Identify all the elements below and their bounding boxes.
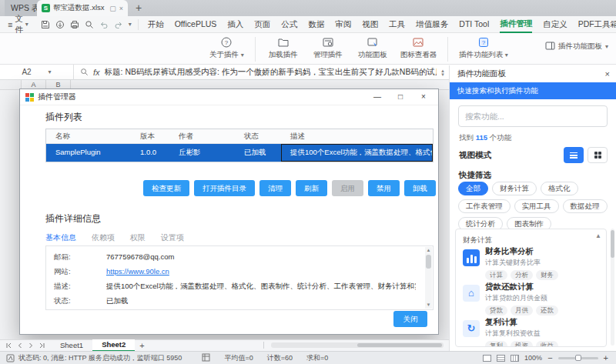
manage-plugin-button[interactable]: 管理插件 [311, 35, 345, 60]
panel-scrollbar[interactable] [611, 229, 614, 346]
print-preview-icon[interactable] [85, 20, 94, 29]
zoom-out-icon[interactable]: − [547, 353, 552, 362]
tab-page[interactable]: 页面 [254, 16, 270, 32]
list-view-button[interactable] [564, 147, 584, 163]
macro-record-icon[interactable] [6, 354, 15, 362]
new-tab-button[interactable]: + [136, 2, 142, 14]
save-icon[interactable] [41, 20, 50, 29]
card-view-button[interactable] [588, 147, 608, 163]
formula-expand-control[interactable]: ▴▾ [437, 68, 449, 76]
plugin-list-heading: 插件列表 [45, 111, 82, 124]
prev-sheet-icon[interactable] [17, 342, 23, 349]
function-panel-button[interactable]: 功能面板 [356, 35, 390, 60]
check-update-button[interactable]: 检查更新 [143, 180, 189, 196]
collapse-icon[interactable]: ▲ [595, 232, 601, 239]
tab-officeplus[interactable]: OfficePLUS [175, 16, 217, 32]
tag: 复利 [485, 341, 507, 347]
horizontal-scrollbar[interactable] [271, 342, 444, 348]
list-item[interactable]: ⌂ 贷款还款计算 计算贷款的月供金额 贷款 月供 还款 [463, 282, 601, 316]
tab-data[interactable]: 数据 [308, 16, 324, 32]
tab-plugin-manage[interactable]: 插件管理 [500, 15, 532, 33]
formula-content[interactable]: 标题: NB码纸尿裤试用感受内容: 作为一个傲娇的新手妈妈，宝宝出生前买了好几款… [105, 67, 437, 78]
uninstall-button[interactable]: 卸载 [404, 180, 436, 196]
redo-icon[interactable] [114, 20, 123, 29]
selection-stats-icon[interactable] [202, 353, 210, 363]
close-icon[interactable]: × [412, 90, 435, 105]
chip-finance[interactable]: 财务计算 [492, 182, 537, 195]
dialog-title-bar[interactable]: 插件管理器 — □ × [20, 89, 438, 105]
scrollbar-thumb[interactable] [611, 230, 614, 258]
print-icon[interactable] [70, 20, 79, 29]
tab-pdf-toolbox[interactable]: PDF工具箱 [578, 16, 616, 32]
chevron-down-icon[interactable]: ▾ [129, 21, 132, 28]
minimize-icon[interactable]: — [366, 90, 389, 105]
tab-tools[interactable]: 工具 [389, 16, 405, 32]
page-layout-view-icon[interactable] [497, 355, 505, 362]
document-tab[interactable]: S 帮宝适数据.xlsx ▢ × [37, 0, 128, 16]
tab-review[interactable]: 审阅 [335, 16, 351, 32]
open-plugin-dir-button[interactable]: 打开插件目录 [194, 180, 255, 196]
tab-home[interactable]: 开始 [148, 16, 164, 32]
dialog-close-button[interactable]: 关闭 [393, 311, 427, 327]
panel-header: 插件功能面板 × [450, 65, 616, 82]
column-version[interactable]: 版本 [131, 129, 169, 143]
zoom-level[interactable]: 100% [524, 354, 542, 362]
sheet-tab-sheet1[interactable]: Sheet1 [51, 340, 92, 351]
chip-utility[interactable]: 实用工具 [514, 199, 559, 213]
tab-formula[interactable]: 公式 [281, 16, 297, 32]
icon-viewer-button[interactable]: 图标查看器 [400, 35, 437, 60]
website-link[interactable]: https://www.90le.cn [106, 267, 169, 277]
scrollbar-thumb[interactable] [357, 343, 442, 347]
column-name[interactable]: 名称 [46, 129, 131, 143]
tab-view[interactable]: 视图 [362, 16, 378, 32]
zoom-in-icon[interactable]: + [604, 353, 608, 362]
clean-button[interactable]: 清理 [259, 180, 291, 196]
zoom-slider-thumb[interactable] [575, 355, 581, 361]
details-scrollbar[interactable]: ▲ ▼ [425, 247, 432, 309]
load-plugin-button[interactable]: 加载插件 [266, 35, 300, 60]
close-icon[interactable]: × [605, 69, 610, 78]
list-item[interactable]: 财务比率分析 计算关键财务比率 计算 分析 财务 [463, 246, 601, 280]
cell-name-box[interactable]: A2 ▾ [0, 65, 74, 80]
list-item[interactable]: ↻ 复利计算 计算复利投资收益 复利 投资 收益 [463, 317, 601, 347]
table-row[interactable]: SamplePlugin 1.0.0 丘彬影 已加载 提供100个Excel功能… [46, 144, 433, 162]
tab-value-services[interactable]: 增值服务 [416, 16, 448, 32]
zoom-formula-icon[interactable] [80, 68, 89, 76]
scroll-up-icon[interactable]: ▲ [425, 247, 432, 254]
add-sheet-button[interactable]: + [139, 341, 144, 350]
first-sheet-icon[interactable] [6, 342, 12, 349]
tab-insert[interactable]: 插入 [227, 16, 243, 32]
plugin-function-list-button[interactable]: ? 插件功能列表 ▾ [459, 35, 508, 60]
page-break-view-icon[interactable] [511, 355, 519, 362]
normal-view-icon[interactable] [483, 355, 491, 362]
scroll-down-icon[interactable]: ▼ [425, 302, 432, 309]
export-icon[interactable] [55, 20, 65, 29]
tab-dti-tool[interactable]: DTI Tool [459, 16, 489, 32]
tab-close-icon[interactable]: × [119, 5, 123, 12]
search-input[interactable] [458, 105, 608, 127]
column-description[interactable]: 描述 [281, 129, 433, 143]
tab-customize[interactable]: 自定义 [543, 16, 567, 32]
fx-label[interactable]: fx [93, 68, 100, 77]
scrollbar-thumb[interactable] [426, 255, 431, 269]
maximize-icon[interactable]: □ [389, 90, 412, 105]
sheet-tab-sheet2[interactable]: Sheet2 [92, 339, 135, 352]
refresh-button[interactable]: 刷新 [296, 180, 327, 196]
zoom-slider[interactable] [558, 357, 598, 359]
about-plugin-button[interactable]: ? 关于插件 ▾ [209, 35, 244, 60]
column-status[interactable]: 状态 [235, 129, 281, 143]
chip-data-process[interactable]: 数据处理 [563, 199, 608, 213]
undo-icon[interactable] [99, 20, 109, 29]
disable-button[interactable]: 禁用 [368, 180, 400, 196]
select-all-corner[interactable] [0, 80, 22, 89]
plugin-panel-toggle-button[interactable]: 插件功能面板 ▾ [545, 41, 608, 52]
last-sheet-icon[interactable] [38, 342, 45, 349]
tab-preview-icon[interactable]: ▢ [109, 5, 116, 12]
chip-all[interactable]: 全部 [458, 182, 488, 195]
column-author[interactable]: 作者 [169, 129, 235, 143]
chip-format[interactable]: 格式化 [541, 182, 578, 195]
next-sheet-icon[interactable] [28, 342, 34, 349]
tag: 财务 [536, 270, 558, 280]
chip-sheet-manage[interactable]: 工作表管理 [458, 199, 511, 213]
file-menu-button[interactable]: ≡ 文件 ▾ [0, 14, 35, 35]
